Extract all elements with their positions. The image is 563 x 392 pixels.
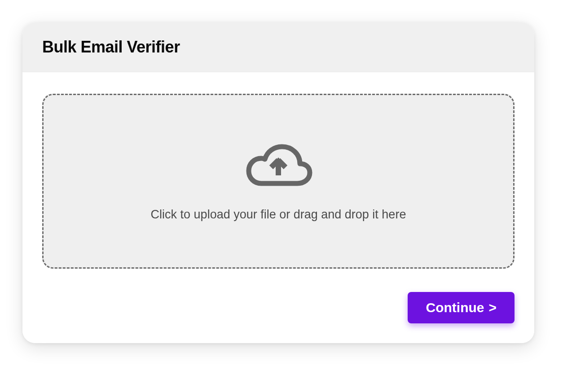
file-dropzone[interactable]: Click to upload your file or drag and dr…	[42, 94, 515, 269]
svg-rect-1	[276, 164, 281, 175]
chevron-right-icon: >	[488, 300, 497, 315]
cloud-upload-icon	[242, 141, 314, 191]
continue-button[interactable]: Continue >	[408, 292, 515, 323]
actions-row: Continue >	[42, 292, 515, 323]
dropzone-instruction: Click to upload your file or drag and dr…	[151, 208, 406, 222]
verifier-card: Bulk Email Verifier Click to upload your…	[22, 22, 534, 343]
page-title: Bulk Email Verifier	[42, 38, 515, 57]
continue-label: Continue	[426, 300, 484, 315]
card-body: Click to upload your file or drag and dr…	[22, 72, 534, 343]
card-header: Bulk Email Verifier	[22, 22, 534, 72]
